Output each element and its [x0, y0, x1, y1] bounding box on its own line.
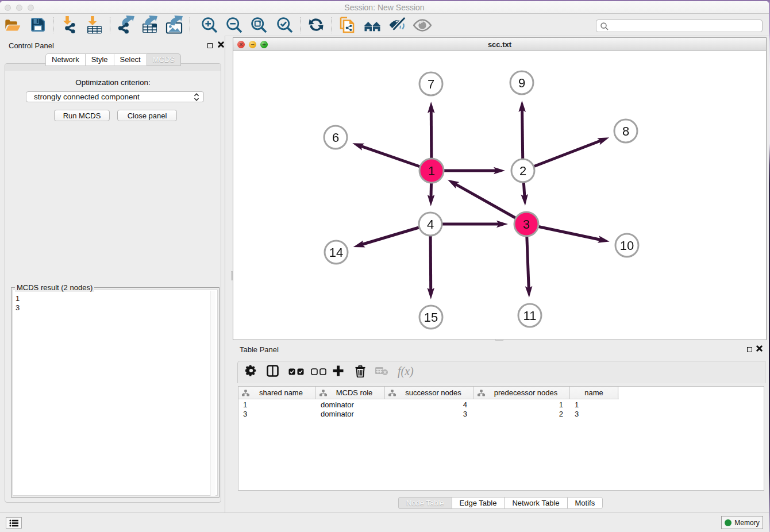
svg-text:6: 6: [332, 130, 339, 145]
svg-text:3: 3: [523, 217, 530, 232]
svg-text:8: 8: [622, 124, 629, 138]
svg-text:15: 15: [424, 310, 438, 325]
svg-text:2: 2: [519, 164, 526, 178]
svg-text:7: 7: [428, 77, 434, 91]
svg-text:1: 1: [428, 164, 435, 178]
svg-text:14: 14: [329, 245, 343, 260]
svg-text:10: 10: [620, 238, 634, 253]
svg-text:9: 9: [518, 76, 525, 90]
svg-text:4: 4: [427, 217, 434, 232]
svg-text:11: 11: [523, 309, 537, 323]
